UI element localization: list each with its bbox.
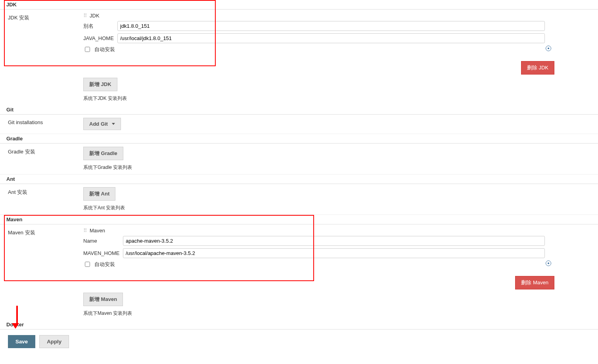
- add-git-label: Add Git: [89, 121, 108, 127]
- chevron-down-icon: [112, 123, 115, 125]
- jdk-alias-label: 别名: [83, 23, 117, 30]
- jdk-home-label: JAVA_HOME: [83, 35, 117, 41]
- help-icon[interactable]: [546, 261, 551, 266]
- delete-maven-button[interactable]: 删除 Maven: [515, 276, 554, 289]
- add-gradle-button[interactable]: 新增 Gradle: [83, 147, 123, 160]
- jdk-item-title: JDK: [90, 13, 100, 19]
- maven-auto-label: 自动安装: [94, 261, 115, 268]
- help-icon[interactable]: [546, 46, 551, 51]
- jdk-section-header: JDK: [0, 0, 598, 10]
- ant-list-text: 系统下Ant 安装列表: [83, 205, 598, 211]
- jdk-home-input[interactable]: [117, 33, 545, 43]
- docker-section-header: Docker: [0, 320, 598, 330]
- maven-list-text: 系统下Maven 安装列表: [83, 310, 598, 317]
- maven-home-label: MAVEN_HOME: [83, 250, 123, 256]
- maven-auto-checkbox[interactable]: [85, 262, 90, 267]
- maven-name-label: Name: [83, 238, 123, 244]
- add-ant-button[interactable]: 新增 Ant: [83, 187, 115, 201]
- maven-home-input[interactable]: [123, 248, 545, 258]
- jdk-auto-label: 自动安装: [94, 46, 115, 53]
- gradle-section-header: Gradle: [0, 134, 598, 144]
- drag-icon[interactable]: ⠿: [83, 13, 87, 18]
- jdk-alias-input[interactable]: [117, 21, 545, 31]
- maven-section-header: Maven: [0, 215, 598, 224]
- jdk-install-label: JDK 安装: [8, 13, 83, 21]
- git-install-label: Git installations: [8, 118, 83, 125]
- ant-section-header: Ant: [0, 174, 598, 184]
- apply-button[interactable]: Apply: [39, 335, 69, 348]
- maven-item-title: Maven: [90, 228, 105, 234]
- jdk-auto-checkbox[interactable]: [85, 47, 90, 52]
- drag-icon[interactable]: ⠿: [83, 228, 87, 233]
- add-jdk-button[interactable]: 新增 JDK: [83, 78, 117, 91]
- ant-install-label: Ant 安装: [8, 187, 83, 196]
- save-button[interactable]: Save: [8, 335, 35, 348]
- delete-jdk-button[interactable]: 删除 JDK: [521, 61, 554, 75]
- gradle-list-text: 系统下Gradle 安装列表: [83, 164, 598, 171]
- jdk-list-text: 系统下JDK 安装列表: [83, 95, 598, 102]
- gradle-install-label: Gradle 安装: [8, 147, 83, 155]
- git-section-header: Git: [0, 105, 598, 115]
- maven-name-input[interactable]: [123, 236, 545, 246]
- add-git-button[interactable]: Add Git: [83, 118, 121, 130]
- maven-install-label: Maven 安装: [8, 228, 83, 236]
- add-maven-button[interactable]: 新增 Maven: [83, 293, 123, 306]
